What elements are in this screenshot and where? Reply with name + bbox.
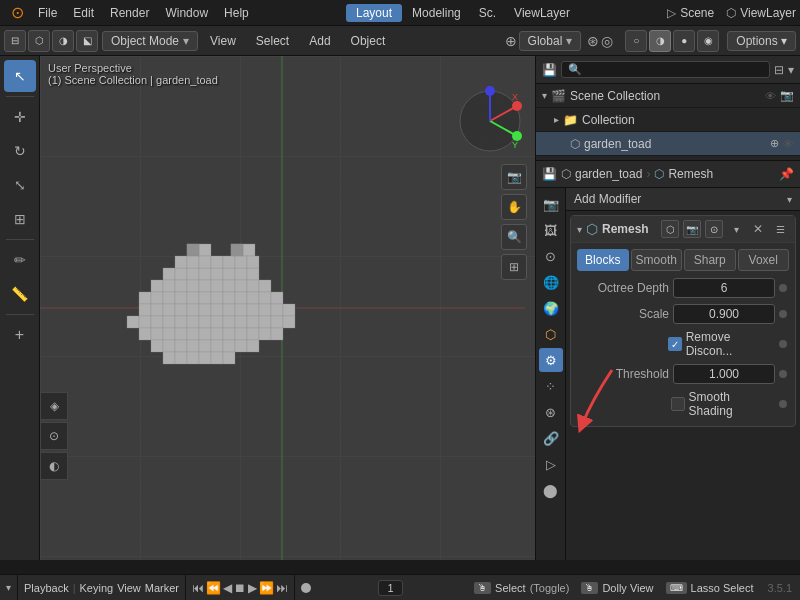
tool-grid[interactable]: ⊞ — [501, 254, 527, 280]
workspace-tab-sc[interactable]: Sc. — [471, 4, 504, 22]
tab-smooth[interactable]: Smooth — [631, 249, 683, 271]
prop-icon-render[interactable]: 📷 — [539, 192, 563, 216]
smooth-shading-dot[interactable] — [779, 400, 787, 408]
prop-icon-view[interactable]: ⊙ — [539, 244, 563, 268]
garden-toad-row[interactable]: ⬡ garden_toad ⊕ 👁 — [536, 132, 800, 156]
render-icon[interactable]: 📷 — [780, 89, 794, 102]
threshold-value[interactable]: 1.000 — [673, 364, 775, 384]
props-save-icon[interactable]: 💾 — [542, 167, 557, 181]
filter-icon[interactable]: ⊟ — [774, 63, 784, 77]
side-tool-3[interactable]: ◐ — [40, 452, 68, 480]
remove-discon-dot[interactable] — [779, 340, 787, 348]
remove-discon-checkbox[interactable]: ✓ — [668, 337, 681, 351]
step-fwd-btn[interactable]: ⏩ — [259, 581, 274, 595]
modifier-expand-btn[interactable]: ▾ — [727, 220, 745, 238]
mode-icon-4[interactable]: ⬕ — [76, 30, 98, 52]
snap-icon[interactable]: ⊛ — [587, 33, 599, 49]
prop-icon-world[interactable]: 🌍 — [539, 296, 563, 320]
record-dot[interactable] — [301, 583, 311, 593]
threshold-dot[interactable] — [779, 370, 787, 378]
tool-magnify[interactable]: 🔍 — [501, 224, 527, 250]
mode-icon-3[interactable]: ◑ — [52, 30, 74, 52]
modifier-close-btn[interactable]: ✕ — [749, 220, 767, 238]
scene-collection-row[interactable]: ▾ 🎬 Scene Collection 👁 📷 — [536, 84, 800, 108]
viewport-shading-3[interactable]: ● — [673, 30, 695, 52]
add-modifier-bar[interactable]: Add Modifier ▾ — [566, 188, 800, 211]
mode-icon-2[interactable]: ⬡ — [28, 30, 50, 52]
tool-measure[interactable]: 📏 — [4, 278, 36, 310]
menu-render[interactable]: Render — [102, 4, 157, 22]
viewport-shading-4[interactable]: ◉ — [697, 30, 719, 52]
tool-add[interactable]: + — [4, 319, 36, 351]
tool-rotate[interactable]: ↻ — [4, 135, 36, 167]
view-menu[interactable]: View — [202, 32, 244, 50]
tab-sharp[interactable]: Sharp — [684, 249, 736, 271]
jump-start-btn[interactable]: ⏮ — [192, 581, 204, 595]
jump-end-btn[interactable]: ⏭ — [276, 581, 288, 595]
toad-link-icon[interactable]: ⊕ — [770, 137, 779, 150]
modifier-collapse-btn[interactable]: ▾ — [577, 224, 582, 235]
proportional-icon[interactable]: ◎ — [601, 33, 613, 49]
pivot-icon[interactable]: ⊕ — [505, 33, 517, 49]
octree-depth-value[interactable]: 6 — [673, 278, 775, 298]
side-tool-2[interactable]: ⊙ — [40, 422, 68, 450]
scale-dot[interactable] — [779, 310, 787, 318]
scale-value[interactable]: 0.900 — [673, 304, 775, 324]
viewport[interactable]: User Perspective (1) Scene Collection | … — [40, 56, 535, 560]
scene-name[interactable]: Scene — [680, 6, 714, 20]
navigation-gizmo[interactable]: X Y Z — [455, 86, 525, 156]
options-button[interactable]: Options ▾ — [727, 31, 796, 51]
tab-voxel[interactable]: Voxel — [738, 249, 790, 271]
viewport-shading-1[interactable]: ○ — [625, 30, 647, 52]
tool-camera[interactable]: 📷 — [501, 164, 527, 190]
outliner-search[interactable]: 🔍 — [561, 61, 770, 78]
object-mode-dropdown[interactable]: Object Mode ▾ — [102, 31, 198, 51]
pin-icon[interactable]: 📌 — [779, 167, 794, 181]
tool-annotate[interactable]: ✏ — [4, 244, 36, 276]
global-dropdown[interactable]: Global ▾ — [519, 31, 582, 51]
stop-btn[interactable]: ⏹ — [234, 581, 246, 595]
toad-vis-icon[interactable]: 👁 — [783, 138, 794, 150]
blender-logo[interactable]: ⊙ — [4, 0, 30, 26]
tab-blocks[interactable]: Blocks — [577, 249, 629, 271]
workspace-tab-viewlayer[interactable]: ViewLayer — [506, 4, 578, 22]
viewlayer-name[interactable]: ViewLayer — [740, 6, 796, 20]
view-label[interactable]: View — [117, 582, 141, 594]
save-icon[interactable]: 💾 — [542, 63, 557, 77]
workspace-tab-modeling[interactable]: Modeling — [404, 4, 469, 22]
extra-icon[interactable]: ▾ — [788, 63, 794, 77]
viewport-shading-2[interactable]: ◑ — [649, 30, 671, 52]
prop-icon-constraints[interactable]: 🔗 — [539, 426, 563, 450]
smooth-shading-checkbox[interactable] — [671, 397, 685, 411]
prop-icon-scene[interactable]: 🌐 — [539, 270, 563, 294]
prop-icon-output[interactable]: 🖼 — [539, 218, 563, 242]
realtime-icon[interactable]: ⬡ — [661, 220, 679, 238]
select-menu[interactable]: Select — [248, 32, 297, 50]
workspace-tab-layout[interactable]: Layout — [346, 4, 402, 22]
menu-window[interactable]: Window — [157, 4, 216, 22]
step-back-btn[interactable]: ⏪ — [206, 581, 221, 595]
prop-icon-modifier[interactable]: ⚙ — [539, 348, 563, 372]
add-menu[interactable]: Add — [301, 32, 338, 50]
octree-depth-dot[interactable] — [779, 284, 787, 292]
play-btn[interactable]: ▶ — [248, 581, 257, 595]
side-tool-1[interactable]: ◈ — [40, 392, 68, 420]
apply-dropdown[interactable]: ⊙ — [705, 220, 723, 238]
prop-icon-object[interactable]: ⬡ — [539, 322, 563, 346]
menu-help[interactable]: Help — [216, 4, 257, 22]
tool-hand[interactable]: ✋ — [501, 194, 527, 220]
playback-label[interactable]: Playback — [24, 582, 69, 594]
object-menu[interactable]: Object — [343, 32, 394, 50]
prop-icon-data[interactable]: ▷ — [539, 452, 563, 476]
render-enable-icon[interactable]: 📷 — [683, 220, 701, 238]
prop-icon-physics[interactable]: ⊛ — [539, 400, 563, 424]
keying-label[interactable]: Keying — [80, 582, 114, 594]
menu-file[interactable]: File — [30, 4, 65, 22]
mode-icon-1[interactable]: ⊟ — [4, 30, 26, 52]
prop-icon-particles[interactable]: ⁘ — [539, 374, 563, 398]
frame-number-display[interactable]: 1 — [378, 580, 402, 596]
tool-cursor[interactable]: ↖ — [4, 60, 36, 92]
collection-row[interactable]: ▸ 📁 Collection — [536, 108, 800, 132]
prop-icon-material[interactable]: ⬤ — [539, 478, 563, 502]
play-back-btn[interactable]: ◀ — [223, 581, 232, 595]
